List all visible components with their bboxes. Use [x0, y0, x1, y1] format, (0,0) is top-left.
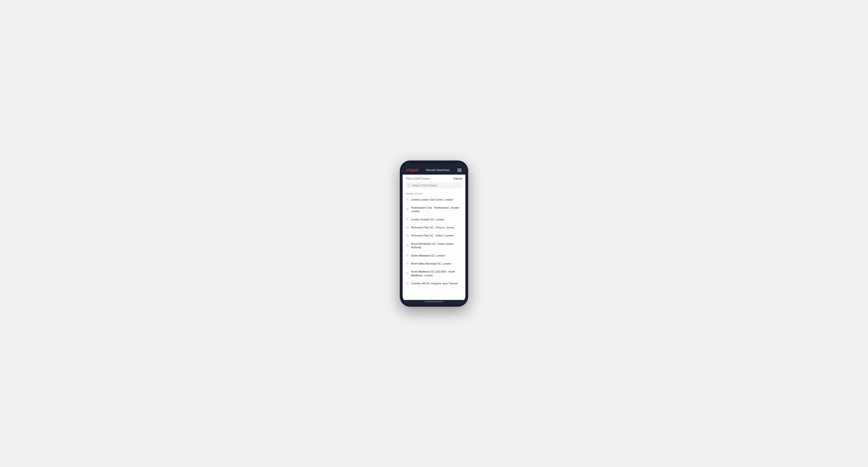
course-name: Central London Golf Centre, London: [411, 198, 453, 201]
home-bar: [425, 301, 443, 302]
search-box: [403, 182, 465, 191]
location-pin-icon: [406, 208, 409, 211]
svg-point-11: [407, 283, 408, 284]
svg-point-3: [407, 209, 408, 210]
nearby-section-label: Nearby courses: [403, 191, 465, 196]
location-pin-icon: [406, 234, 409, 237]
phone-screen: clippd Recent Searches Find a Golf Cours…: [403, 163, 465, 304]
svg-point-9: [407, 263, 408, 264]
list-item[interactable]: Dukes Meadows GC, London: [403, 252, 465, 260]
find-label: Find a Golf Course: [406, 177, 430, 180]
course-name: London Scottish GC, London: [411, 218, 444, 221]
course-name: Royal Wimbledon GC, Great London Authori…: [411, 242, 462, 249]
svg-point-2: [407, 199, 408, 200]
top-bar: clippd Recent Searches: [403, 166, 465, 175]
list-item[interactable]: Royal Wimbledon GC, Great London Authori…: [403, 240, 465, 252]
location-pin-icon: [406, 272, 409, 275]
app-logo: clippd: [406, 168, 418, 172]
list-item[interactable]: Richmond Park GC - Prince's, Surrey: [403, 224, 465, 232]
svg-point-5: [407, 227, 408, 228]
svg-point-7: [407, 245, 408, 246]
list-item[interactable]: Coombe Hill GC, Kingston upon Thames: [403, 280, 465, 288]
svg-point-10: [407, 273, 408, 274]
course-name: Richmond Park GC - Duke's, London: [411, 234, 454, 238]
location-pin-icon: [406, 198, 409, 201]
svg-point-6: [407, 235, 408, 236]
location-pin-icon: [406, 226, 409, 229]
location-pin-icon: [406, 262, 409, 265]
course-name: Dukes Meadows GC, London: [411, 254, 445, 257]
list-item[interactable]: North Middlesex GC (1011942 - North Midd…: [403, 268, 465, 280]
location-pin-icon: [406, 244, 409, 247]
cancel-button[interactable]: Cancel: [453, 177, 462, 180]
find-bar: Find a Golf Course Cancel: [403, 175, 465, 182]
search-input-wrap[interactable]: [405, 182, 463, 189]
course-name: Roehampton Club - Roehampton, Greater Lo…: [411, 206, 462, 213]
location-pin-icon: [406, 254, 409, 257]
svg-point-4: [407, 219, 408, 220]
content-area: Find a Golf Course Cancel Nearby courses…: [403, 175, 465, 300]
course-list: Central London Golf Centre, London Roeha…: [403, 196, 465, 300]
home-indicator: [403, 300, 465, 304]
course-name: Coombe Hill GC, Kingston upon Thames: [411, 282, 458, 285]
status-bar: [403, 163, 465, 166]
location-pin-icon: [406, 218, 409, 221]
list-item[interactable]: Richmond Park GC - Duke's, London: [403, 232, 465, 240]
search-icon: [408, 184, 411, 187]
location-pin-icon: [406, 282, 409, 285]
course-name: Brent Valley Municipal GC, London: [411, 262, 451, 266]
svg-line-1: [410, 186, 410, 186]
hamburger-icon[interactable]: [457, 169, 462, 172]
course-name: Richmond Park GC - Prince's, Surrey: [411, 226, 454, 229]
svg-point-8: [407, 255, 408, 256]
list-item[interactable]: Brent Valley Municipal GC, London: [403, 260, 465, 268]
top-bar-title: Recent Searches: [426, 168, 450, 172]
phone-device: clippd Recent Searches Find a Golf Cours…: [400, 160, 468, 307]
list-item[interactable]: Roehampton Club - Roehampton, Greater Lo…: [403, 204, 465, 216]
course-name: North Middlesex GC (1011942 - North Midd…: [411, 270, 462, 277]
list-item[interactable]: Central London Golf Centre, London: [403, 196, 465, 204]
list-item[interactable]: London Scottish GC, London: [403, 216, 465, 224]
search-input[interactable]: [412, 184, 460, 187]
